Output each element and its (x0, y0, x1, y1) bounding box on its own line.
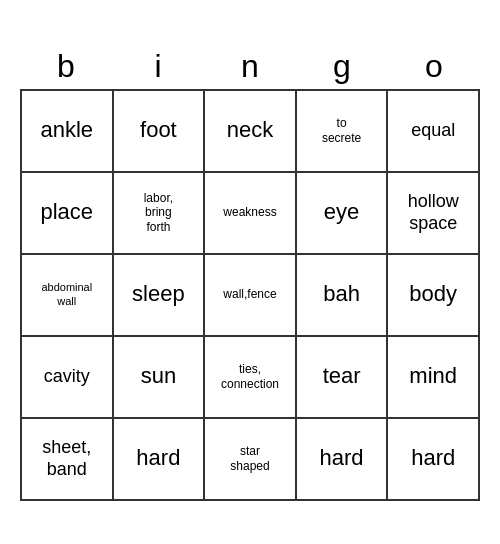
cell-text-r4-c4: hard (411, 445, 455, 471)
cell-r1-c4: hollow space (388, 173, 480, 255)
cell-text-r4-c0: sheet, band (42, 437, 91, 480)
cell-r3-c2: ties, connection (205, 337, 297, 419)
cell-r3-c3: tear (297, 337, 389, 419)
cell-text-r3-c2: ties, connection (221, 362, 279, 391)
cell-r0-c2: neck (205, 91, 297, 173)
cell-text-r0-c3: to secrete (322, 116, 361, 145)
cell-r0-c4: equal (388, 91, 480, 173)
header-col-b: b (20, 44, 112, 89)
cell-r3-c0: cavity (22, 337, 114, 419)
cell-r0-c1: foot (114, 91, 206, 173)
cell-text-r2-c4: body (409, 281, 457, 307)
cell-r2-c3: bah (297, 255, 389, 337)
cell-r3-c1: sun (114, 337, 206, 419)
cell-text-r1-c0: place (41, 199, 94, 225)
bingo-grid: anklefootneckto secreteequalplacelabor, … (20, 89, 480, 501)
cell-text-r3-c3: tear (323, 363, 361, 389)
cell-text-r4-c3: hard (320, 445, 364, 471)
cell-text-r3-c1: sun (141, 363, 176, 389)
cell-text-r0-c1: foot (140, 117, 177, 143)
cell-text-r0-c0: ankle (41, 117, 94, 143)
header-col-g: g (296, 44, 388, 89)
cell-r4-c0: sheet, band (22, 419, 114, 501)
header-col-i: i (112, 44, 204, 89)
cell-r0-c3: to secrete (297, 91, 389, 173)
cell-text-r4-c1: hard (136, 445, 180, 471)
cell-r1-c2: weakness (205, 173, 297, 255)
cell-r1-c1: labor, bring forth (114, 173, 206, 255)
cell-r3-c4: mind (388, 337, 480, 419)
cell-r2-c1: sleep (114, 255, 206, 337)
cell-r4-c2: star shaped (205, 419, 297, 501)
cell-text-r3-c0: cavity (44, 366, 90, 388)
cell-text-r1-c1: labor, bring forth (144, 191, 173, 234)
cell-text-r1-c2: weakness (223, 205, 276, 219)
cell-r2-c0: abdominal wall (22, 255, 114, 337)
cell-text-r1-c4: hollow space (408, 191, 459, 234)
cell-text-r2-c3: bah (323, 281, 360, 307)
bingo-card: bingo anklefootneckto secreteequalplacel… (20, 44, 480, 501)
cell-text-r3-c4: mind (409, 363, 457, 389)
cell-r4-c4: hard (388, 419, 480, 501)
cell-r4-c1: hard (114, 419, 206, 501)
cell-text-r0-c4: equal (411, 120, 455, 142)
cell-text-r4-c2: star shaped (230, 444, 269, 473)
cell-r2-c2: wall,fence (205, 255, 297, 337)
cell-r1-c3: eye (297, 173, 389, 255)
header-col-n: n (204, 44, 296, 89)
cell-r1-c0: place (22, 173, 114, 255)
cell-r2-c4: body (388, 255, 480, 337)
cell-text-r2-c2: wall,fence (223, 287, 276, 301)
header-col-o: o (388, 44, 480, 89)
cell-text-r0-c2: neck (227, 117, 273, 143)
cell-r4-c3: hard (297, 419, 389, 501)
cell-text-r1-c3: eye (324, 199, 359, 225)
bingo-header: bingo (20, 44, 480, 89)
cell-text-r2-c0: abdominal wall (41, 281, 92, 307)
cell-r0-c0: ankle (22, 91, 114, 173)
cell-text-r2-c1: sleep (132, 281, 185, 307)
